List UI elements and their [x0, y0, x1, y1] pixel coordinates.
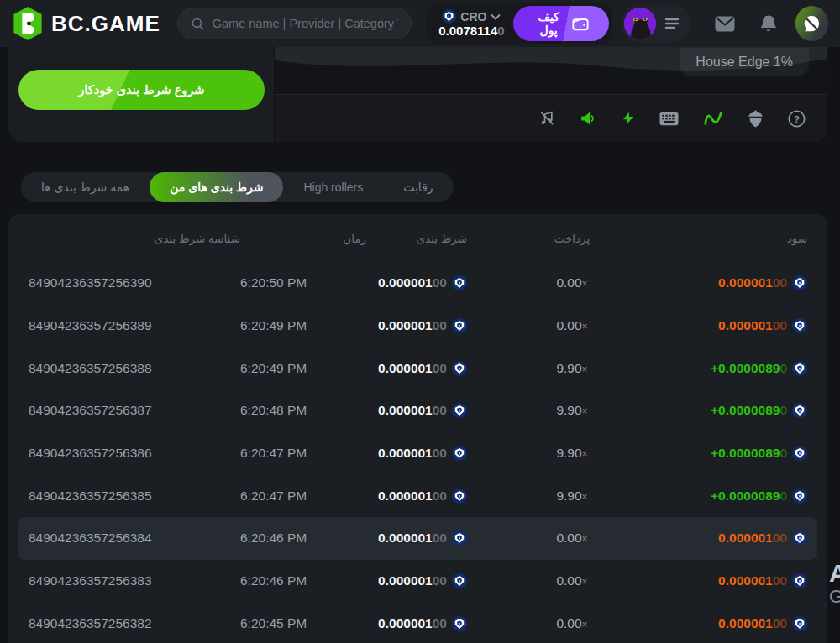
cro-coin-icon — [792, 616, 807, 631]
payout-multiplier: 9.90× — [467, 446, 677, 461]
bet-amount: 0.00000100 — [366, 531, 467, 546]
clipped-overlay-text-a: A — [829, 559, 840, 588]
chevron-down-icon — [491, 13, 501, 20]
bets-table: شناسه شرط بندی زمان شرط بندی پرداخت سود … — [8, 214, 827, 643]
wallet-icon — [572, 17, 589, 31]
bet-id: 84904236357256388 — [29, 361, 240, 376]
help-icon[interactable]: ? — [788, 110, 806, 128]
bet-profit: 0.00000100 — [677, 616, 807, 631]
cro-coin-icon — [452, 573, 467, 588]
chat-toggle-icon[interactable] — [795, 6, 828, 41]
cro-coin-icon — [792, 275, 807, 290]
bet-amount: 0.00000100 — [366, 489, 467, 504]
cro-coin-icon — [452, 318, 467, 333]
table-row[interactable]: 84904236357256382 6:20:45 PM 0.00000100 … — [18, 603, 817, 643]
house-edge-badge: House Edge 1% — [680, 48, 809, 76]
start-autobet-button[interactable]: شروع شرط بندی خودکار — [18, 70, 265, 110]
payout-multiplier: 9.90× — [467, 361, 677, 376]
bet-profit: 0.00000100 — [677, 531, 807, 546]
currency-selector[interactable]: CRO 0.00781140 — [438, 9, 504, 38]
bet-time: 6:20:47 PM — [240, 446, 366, 461]
tab-high-rollers[interactable]: High rollers — [283, 172, 383, 202]
avatar[interactable] — [624, 8, 656, 39]
payout-multiplier: 0.00× — [467, 275, 677, 290]
music-off-icon[interactable] — [538, 110, 555, 127]
bets-table-header: شناسه شرط بندی زمان شرط بندی پرداخت سود — [18, 214, 817, 262]
bet-profit: +0.00000890 — [677, 446, 807, 461]
game-section: شروع شرط بندی خودکار House Edge 1% — [8, 47, 827, 142]
col-payout: پرداخت — [467, 232, 677, 245]
table-row[interactable]: 84904236357256388 6:20:49 PM 0.00000100 … — [18, 347, 817, 389]
currency-code: CRO — [460, 10, 486, 24]
bets-tab-bar: همه شرط بندی ها شرط بندی های من High rol… — [21, 172, 454, 202]
wallet-button[interactable]: کیف پول — [513, 6, 609, 41]
table-row[interactable]: 84904236357256384 6:20:46 PM 0.00000100 … — [18, 517, 817, 560]
bet-id: 84904236357256382 — [29, 616, 240, 631]
bet-amount: 0.00000100 — [366, 361, 467, 376]
top-header: BC.GAME CRO — [0, 0, 840, 47]
cro-coin-icon — [452, 616, 467, 631]
bet-amount: 0.00000100 — [366, 275, 467, 290]
bet-amount: 0.00000100 — [366, 616, 467, 631]
col-bet-id: شناسه شرط بندی — [29, 232, 240, 245]
bet-profit: 0.00000100 — [677, 318, 807, 333]
bet-amount: 0.00000100 — [366, 318, 467, 333]
bet-controls-panel: شروع شرط بندی خودکار — [8, 47, 275, 142]
notifications-bell-icon[interactable] — [760, 14, 777, 34]
payout-multiplier: 0.00× — [467, 616, 677, 631]
cro-coin-icon — [792, 489, 807, 504]
tab-my-bets[interactable]: شرط بندی های من — [150, 172, 283, 202]
cro-coin-icon — [452, 361, 467, 376]
bet-id: 84904236357256384 — [29, 531, 240, 546]
bet-time: 6:20:50 PM — [240, 275, 366, 290]
turbo-bet-icon[interactable] — [622, 109, 635, 128]
trends-icon[interactable] — [703, 110, 723, 127]
game-search-bar[interactable] — [177, 8, 412, 39]
profile-group — [621, 4, 691, 43]
table-row[interactable]: 84904236357256385 6:20:47 PM 0.00000100 … — [18, 474, 817, 517]
cro-coin-icon — [452, 489, 467, 504]
cro-coin-icon — [442, 9, 456, 24]
cro-coin-icon — [792, 318, 807, 333]
search-icon — [191, 17, 205, 31]
payout-multiplier: 0.00× — [467, 531, 677, 546]
table-row[interactable]: 84904236357256387 6:20:48 PM 0.00000100 … — [18, 389, 817, 432]
col-time: زمان — [240, 232, 366, 245]
sound-on-icon[interactable] — [580, 110, 597, 127]
cro-coin-icon — [792, 573, 807, 588]
col-profit: سود — [677, 232, 807, 245]
bcgame-logo[interactable]: BC.GAME — [12, 6, 160, 41]
payout-multiplier: 0.00× — [467, 573, 677, 588]
menu-icon[interactable] — [664, 18, 680, 29]
bet-amount: 0.00000100 — [366, 403, 467, 418]
bet-time: 6:20:49 PM — [240, 318, 366, 333]
bet-time: 6:20:45 PM — [240, 616, 366, 631]
mail-icon[interactable] — [715, 16, 735, 32]
table-row[interactable]: 84904236357256383 6:20:46 PM 0.00000100 … — [18, 560, 817, 603]
bet-id: 84904236357256385 — [29, 489, 240, 504]
tab-race[interactable]: رقابت — [383, 172, 453, 202]
crash-game-display: House Edge 1% — [275, 47, 827, 142]
fairness-seed-icon[interactable] — [748, 110, 764, 128]
cro-coin-icon — [792, 403, 807, 418]
cro-coin-icon — [792, 531, 807, 546]
payout-multiplier: 9.90× — [467, 403, 677, 418]
bet-time: 6:20:49 PM — [240, 361, 366, 376]
bet-time: 6:20:47 PM — [240, 489, 366, 504]
bet-profit: +0.00000890 — [677, 489, 807, 504]
table-row[interactable]: 84904236357256389 6:20:49 PM 0.00000100 … — [18, 305, 817, 348]
bet-profit: +0.00000890 — [677, 361, 807, 376]
search-input[interactable] — [213, 17, 398, 30]
payout-multiplier: 0.00× — [467, 318, 677, 333]
bet-time: 6:20:48 PM — [240, 403, 366, 418]
bet-id: 84904236357256386 — [29, 446, 240, 461]
table-row[interactable]: 84904236357256386 6:20:47 PM 0.00000100 … — [18, 432, 817, 475]
hotkeys-keyboard-icon[interactable] — [659, 112, 679, 126]
bet-amount: 0.00000100 — [366, 446, 467, 461]
bet-profit: 0.00000100 — [677, 573, 807, 588]
tab-all-bets[interactable]: همه شرط بندی ها — [21, 172, 150, 202]
col-bet: شرط بندی — [366, 232, 467, 245]
table-row[interactable]: 84904236357256390 6:20:50 PM 0.00000100 … — [18, 262, 817, 305]
wallet-balance: 0.00781140 — [438, 24, 504, 38]
game-toolbar: ? — [275, 94, 827, 142]
